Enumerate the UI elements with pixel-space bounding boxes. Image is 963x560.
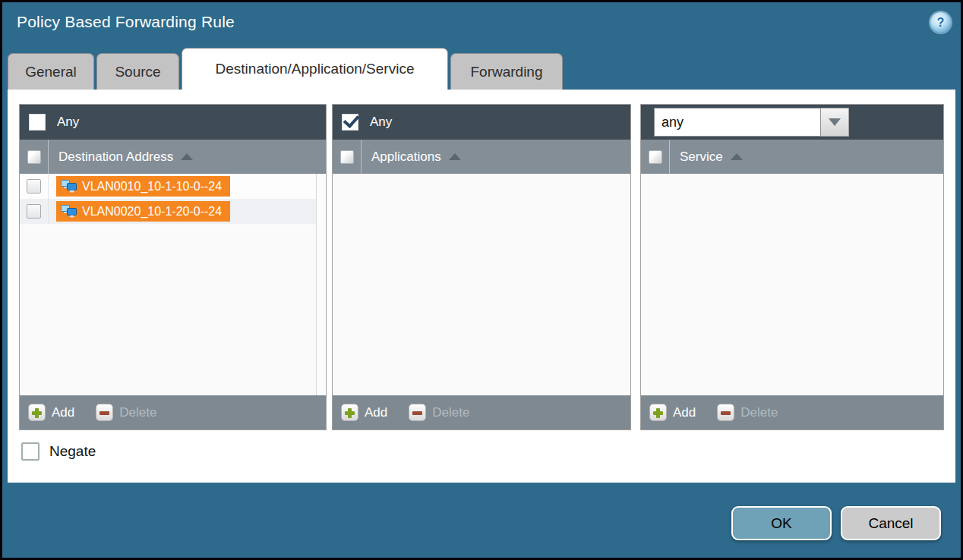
- applications-toolbar: Add Delete: [333, 395, 630, 429]
- add-button-label: Add: [52, 405, 74, 420]
- service-any-bar: [641, 105, 943, 140]
- applications-rows: [333, 174, 630, 395]
- destination-header-label: Destination Address: [58, 149, 173, 165]
- sort-ascending-icon: [731, 153, 743, 160]
- delete-button-label: Delete: [740, 405, 778, 420]
- applications-grid: Applications: [333, 140, 630, 395]
- service-panel: Service Add Delete: [640, 104, 944, 430]
- table-row[interactable]: VLAN0020_10-1-20-0--24: [20, 199, 326, 224]
- destination-any-checkbox[interactable]: [29, 114, 46, 131]
- network-address-icon: [61, 205, 77, 218]
- minus-icon: [96, 404, 113, 421]
- delete-button-label: Delete: [432, 405, 469, 420]
- negate-label: Negate: [49, 443, 96, 460]
- address-object-chip[interactable]: VLAN0020_10-1-20-0--24: [56, 201, 230, 222]
- row-checkbox[interactable]: [27, 179, 41, 193]
- network-address-icon: [61, 180, 77, 193]
- add-button-label: Add: [365, 405, 387, 420]
- address-object-chip[interactable]: VLAN0010_10-1-10-0--24: [56, 176, 230, 197]
- delete-button[interactable]: Delete: [96, 404, 156, 421]
- applications-header-label: Applications: [371, 149, 441, 165]
- applications-any-bar: Any: [333, 105, 630, 140]
- tab-destination-application-service[interactable]: Destination/Application/Service: [182, 48, 448, 90]
- minus-icon: [409, 404, 426, 421]
- minus-icon: [717, 404, 734, 421]
- destination-any-label: Any: [57, 115, 79, 130]
- tab-source[interactable]: Source: [96, 53, 179, 90]
- add-button[interactable]: Add: [28, 404, 74, 421]
- plus-icon: [649, 404, 667, 421]
- service-column-header[interactable]: Service: [641, 140, 943, 174]
- add-button-label: Add: [673, 405, 696, 420]
- add-button[interactable]: Add: [341, 404, 387, 421]
- help-icon[interactable]: ?: [930, 12, 951, 33]
- applications-column-header[interactable]: Applications: [333, 140, 630, 174]
- negate-option: Negate: [21, 442, 96, 461]
- negate-checkbox[interactable]: [21, 442, 39, 461]
- service-rows: [641, 174, 943, 395]
- screen: Policy Based Forwarding Rule ? General S…: [0, 0, 963, 560]
- address-object-label: VLAN0020_10-1-20-0--24: [82, 205, 222, 219]
- destination-address-panel: Any Destination Address: [19, 104, 327, 430]
- destination-column-header[interactable]: Destination Address: [20, 140, 326, 174]
- sort-ascending-icon: [181, 153, 193, 160]
- destination-toolbar: Add Delete: [20, 395, 326, 429]
- service-select-all-checkbox[interactable]: [649, 150, 662, 164]
- destination-grid: Destination Address: [20, 140, 326, 395]
- service-dropdown-button[interactable]: [821, 108, 849, 137]
- plus-icon: [28, 404, 46, 421]
- question-mark-glyph: ?: [937, 17, 945, 29]
- delete-button[interactable]: Delete: [717, 404, 778, 421]
- service-dropdown-input[interactable]: [654, 108, 821, 137]
- destination-select-all-checkbox[interactable]: [27, 150, 41, 164]
- table-row[interactable]: VLAN0010_10-1-10-0--24: [20, 174, 326, 199]
- chevron-down-icon: [829, 118, 841, 126]
- service-dropdown: [645, 108, 849, 137]
- add-button[interactable]: Add: [649, 404, 696, 421]
- vertical-scrollbar[interactable]: [316, 174, 326, 395]
- applications-panel: Any Applications Add Delete: [332, 104, 631, 430]
- row-checkbox[interactable]: [27, 204, 41, 219]
- tab-general[interactable]: General: [8, 53, 94, 90]
- cancel-button[interactable]: Cancel: [841, 506, 941, 540]
- service-grid: Service: [641, 140, 943, 395]
- tab-forwarding[interactable]: Forwarding: [450, 53, 563, 90]
- applications-select-all-checkbox[interactable]: [340, 150, 354, 164]
- address-object-label: VLAN0010_10-1-10-0--24: [82, 180, 222, 193]
- dialog-title: Policy Based Forwarding Rule: [17, 13, 235, 31]
- sort-ascending-icon: [449, 153, 461, 160]
- delete-button-label: Delete: [119, 405, 156, 420]
- service-header-label: Service: [680, 149, 723, 165]
- applications-any-checkbox[interactable]: [342, 114, 358, 131]
- plus-icon: [341, 404, 358, 421]
- ok-button[interactable]: OK: [731, 506, 832, 540]
- destination-any-bar: Any: [20, 105, 326, 140]
- applications-any-label: Any: [370, 115, 392, 130]
- destination-rows: VLAN0010_10-1-10-0--24: [20, 174, 326, 395]
- policy-based-forwarding-rule-dialog: Policy Based Forwarding Rule ? General S…: [2, 2, 961, 558]
- service-toolbar: Add Delete: [641, 395, 943, 429]
- delete-button[interactable]: Delete: [409, 404, 469, 421]
